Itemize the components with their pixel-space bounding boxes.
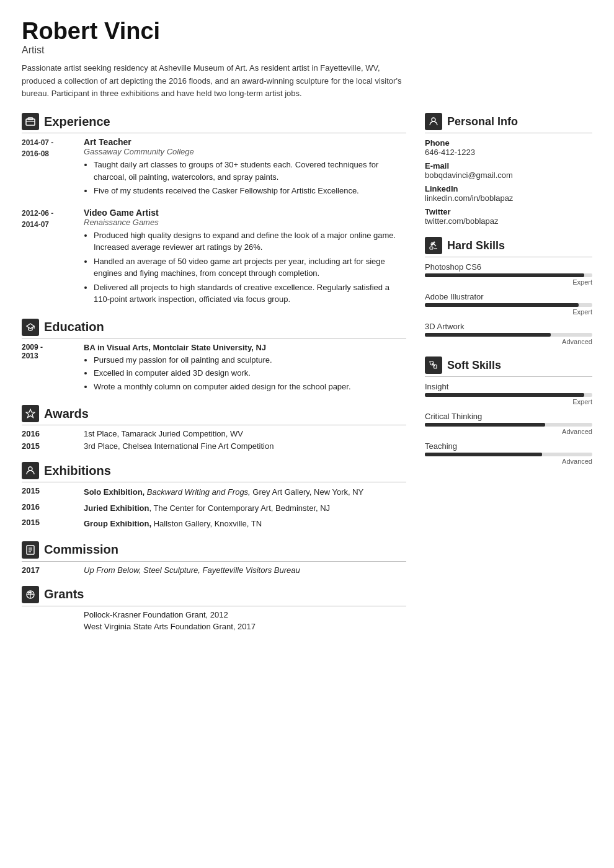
illustrator-name: Adobe Illustrator [425, 292, 592, 301]
commission-header: Commission [22, 541, 406, 562]
awards-section: Awards 2016 1st Place, Tamarack Juried C… [22, 405, 406, 451]
education-header: Education [22, 319, 406, 339]
twitter-label: Twitter [425, 207, 592, 216]
skill-insight: Insight Expert [425, 382, 592, 405]
grants-icon [22, 586, 39, 603]
photoshop-name: Photoshop CS6 [425, 262, 592, 272]
exp1-content: Art Teacher Gassaway Community College T… [84, 137, 406, 199]
teaching-bar-fill [425, 453, 542, 456]
critical-thinking-bar-bg [425, 423, 592, 427]
critical-thinking-name: Critical Thinking [425, 412, 592, 421]
exp2-org: Renaissance Games [84, 218, 406, 227]
exhibition-2: 2016 Juried Exhibition, The Center for C… [22, 502, 406, 515]
3dartwork-name: 3D Artwork [425, 322, 592, 331]
grants-section: Grants Pollock-Krasner Foundation Grant,… [22, 586, 406, 631]
grant-1: Pollock-Krasner Foundation Grant, 2012 [84, 610, 406, 619]
linkedin-label: LinkedIn [425, 184, 592, 193]
award1-year: 2016 [22, 429, 74, 438]
awards-icon [22, 405, 39, 422]
3dartwork-bar-fill [425, 333, 551, 337]
exp1-org: Gassaway Community College [84, 147, 406, 156]
hard-skills-title: Hard Skills [447, 239, 505, 252]
skill-illustrator: Adobe Illustrator Expert [425, 292, 592, 316]
grant-2: West Virginia State Arts Foundation Gran… [84, 622, 406, 631]
insight-level: Expert [425, 398, 592, 405]
exp2-date: 2012-06 -2014-07 [22, 208, 74, 308]
edu1-date: 2009 -2013 [22, 343, 74, 394]
commission-section: Commission 2017 Up From Below, Steel Scu… [22, 541, 406, 575]
teaching-bar-bg [425, 453, 592, 456]
exh2-year: 2016 [22, 502, 74, 515]
personal-info-fields: Phone 646-412-1223 E-mail bobqdavinci@gm… [425, 138, 592, 226]
resume-header: Robert Vinci Artist Passionate artist se… [22, 19, 592, 100]
summary: Passionate artist seeking residency at A… [22, 62, 412, 100]
left-column: Experience 2014-07 -2016-08 Art Teacher … [22, 113, 406, 642]
full-name: Robert Vinci [22, 19, 592, 45]
email-value: bobqdavinci@gmail.com [425, 170, 592, 180]
exhibitions-section: Exhibitions 2015 Solo Exhibition, Backwa… [22, 462, 406, 530]
illustrator-level: Expert [425, 308, 592, 316]
award2-desc: 3rd Place, Chelsea International Fine Ar… [84, 441, 406, 451]
personal-info-section: Personal Info Phone 646-412-1223 E-mail … [425, 113, 592, 226]
exp2-bullet-1: Produced high quality designs to expand … [94, 229, 406, 254]
exp2-role: Video Game Artist [84, 208, 406, 218]
exp1-bullet-2: Five of my students received the Casker … [94, 185, 406, 197]
exp1-role: Art Teacher [84, 137, 406, 147]
commission-icon [22, 541, 39, 559]
awards-title: Awards [44, 407, 89, 421]
experience-entry-1: 2014-07 -2016-08 Art Teacher Gassaway Co… [22, 137, 406, 199]
illustrator-bar-bg [425, 303, 592, 307]
edu1-bullets: Pursued my passion for oil painting and … [84, 354, 406, 393]
critical-thinking-bar-fill [425, 423, 545, 427]
insight-name: Insight [425, 382, 592, 391]
photoshop-bar-fill [425, 273, 584, 277]
education-icon [22, 319, 39, 336]
edu-entry-1: 2009 -2013 BA in Visual Arts, Montclair … [22, 343, 406, 394]
teaching-level: Advanced [425, 458, 592, 465]
experience-section: Experience 2014-07 -2016-08 Art Teacher … [22, 113, 406, 308]
skill-critical-thinking: Critical Thinking Advanced [425, 412, 592, 435]
skill-3dartwork: 3D Artwork Advanced [425, 322, 592, 345]
photoshop-bar-bg [425, 273, 592, 277]
personal-info-icon [425, 113, 442, 130]
grants-title: Grants [44, 587, 84, 601]
edu1-b3: Wrote a monthly column on computer aided… [94, 381, 406, 393]
exh3-year: 2015 [22, 518, 74, 530]
exhibitions-title: Exhibitions [44, 464, 111, 478]
hard-skills-header: Hard Skills [425, 237, 592, 257]
svg-marker-4 [26, 409, 35, 418]
comm1-desc: Up From Below, Steel Sculpture, Fayettev… [84, 565, 300, 575]
exp2-bullet-3: Delivered all projects to high standards… [94, 281, 406, 306]
exp1-date: 2014-07 -2016-08 [22, 137, 74, 199]
edu1-degree: BA in Visual Arts, Montclair State Unive… [84, 343, 406, 352]
edu1-content: BA in Visual Arts, Montclair State Unive… [84, 343, 406, 394]
hard-skills-icon [425, 237, 442, 254]
grants-header: Grants [22, 586, 406, 606]
experience-icon [22, 113, 39, 130]
soft-skills-title: Soft Skills [447, 359, 501, 372]
exp2-bullets: Produced high quality designs to expand … [84, 229, 406, 306]
edu1-b2: Excelled in computer aided 3D design wor… [94, 367, 406, 379]
3dartwork-bar-bg [425, 333, 592, 337]
award1-desc: 1st Place, Tamarack Juried Competition, … [84, 429, 406, 438]
exp2-content: Video Game Artist Renaissance Games Prod… [84, 208, 406, 308]
personal-info-title: Personal Info [447, 115, 518, 128]
experience-header: Experience [22, 113, 406, 133]
commission-title: Commission [44, 542, 118, 557]
twitter-value: twitter.com/boblapaz [425, 216, 592, 226]
skill-photoshop: Photoshop CS6 Expert [425, 262, 592, 286]
svg-point-5 [29, 467, 32, 471]
exhibition-3: 2015 Group Exhibition, Hallston Gallery,… [22, 518, 406, 530]
right-column: Personal Info Phone 646-412-1223 E-mail … [425, 113, 592, 642]
exp2-bullet-2: Handled an average of 50 video game art … [94, 255, 406, 280]
linkedin-value: linkedin.com/in/boblapaz [425, 193, 592, 203]
illustrator-bar-fill [425, 303, 579, 307]
svg-rect-14 [430, 247, 433, 249]
svg-point-13 [432, 118, 435, 122]
phone-label: Phone [425, 138, 592, 148]
exhibition-1: 2015 Solo Exhibition, Backward Writing a… [22, 486, 406, 498]
comm1-year: 2017 [22, 565, 74, 575]
experience-title: Experience [44, 115, 110, 129]
critical-thinking-level: Advanced [425, 428, 592, 435]
photoshop-level: Expert [425, 278, 592, 286]
